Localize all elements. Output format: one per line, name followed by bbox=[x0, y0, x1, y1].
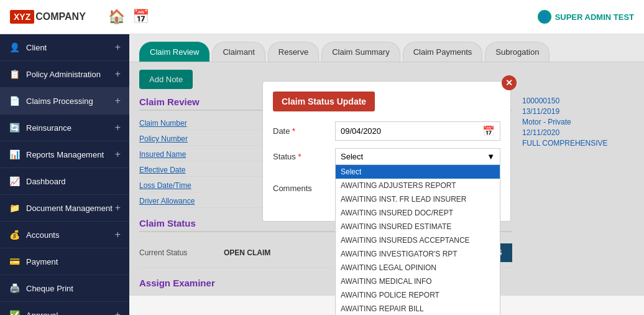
sidebar-item-left-client: 👤 Client bbox=[9, 42, 47, 53]
modal-close-button[interactable]: ✕ bbox=[502, 75, 517, 90]
sidebar-label-cheque-print: Cheque Print bbox=[26, 284, 73, 293]
sidebar-icon-dashboard: 📈 bbox=[9, 176, 20, 187]
header-right: 👤 SUPER ADMIN TEST bbox=[538, 10, 634, 24]
modal-status-label: Status * bbox=[273, 152, 335, 161]
sidebar-label-approval: Approval bbox=[26, 311, 58, 316]
sidebar-label-dashboard: Dashboard bbox=[26, 177, 66, 186]
sidebar-item-cheque-print[interactable]: 🖨️ Cheque Print bbox=[0, 275, 129, 302]
sidebar-icon-approval: ✅ bbox=[9, 309, 20, 315]
sidebar-label-reports-management: Reports Management bbox=[26, 150, 104, 159]
schedule-icon[interactable]: 📅 bbox=[132, 9, 149, 25]
tab-reserve[interactable]: Reserve bbox=[268, 42, 319, 62]
tab-subrogation[interactable]: Subrogation bbox=[485, 42, 550, 62]
calendar-icon[interactable]: 📅 bbox=[482, 125, 495, 137]
user-name: SUPER ADMIN TEST bbox=[555, 12, 634, 22]
modal-date-row: Date * 09/04/2020 📅 bbox=[273, 121, 500, 141]
sidebar-item-left-dashboard: 📈 Dashboard bbox=[9, 176, 66, 187]
sidebar-plus-approval[interactable]: + bbox=[115, 309, 121, 315]
sidebar-plus-document-management[interactable]: + bbox=[115, 202, 121, 214]
tab-claim-review[interactable]: Claim Review bbox=[139, 42, 209, 62]
dropdown-option-awaiting_insured_doc_rept[interactable]: AWAITING INSURED DOC/REPT bbox=[336, 206, 500, 220]
sidebar-icon-reports-management: 📊 bbox=[9, 149, 20, 160]
sidebar-item-left-document-management: 📁 Document Management bbox=[9, 202, 113, 214]
sidebar-icon-document-management: 📁 bbox=[9, 202, 20, 214]
home-icon[interactable]: 🏠 bbox=[108, 9, 125, 25]
status-select-wrapper: Select ▼ SelectAWAITING ADJUSTERS REPORT… bbox=[335, 148, 500, 165]
sidebar-item-claims-processing[interactable]: 📄 Claims Processing + bbox=[0, 88, 129, 115]
dropdown-option-select[interactable]: Select bbox=[336, 165, 500, 179]
tab-bar: Claim ReviewClaimantReserveClaim Summary… bbox=[129, 34, 644, 62]
sidebar-label-claims-processing: Claims Processing bbox=[26, 96, 93, 106]
logo-box: XYZ bbox=[10, 10, 34, 24]
dropdown-option-awaiting_insured_estimate[interactable]: AWAITING INSURED ESTIMATE bbox=[336, 220, 500, 233]
sidebar-item-reinsurance[interactable]: 🔄 Reinsurance + bbox=[0, 115, 129, 141]
sidebar-plus-client[interactable]: + bbox=[115, 42, 121, 53]
modal-overlay: ✕ Claim Status Update Date * 09/04/2020 … bbox=[129, 62, 644, 296]
dropdown-option-awaiting_insureds_acceptance[interactable]: AWAITING INSUREDS ACCEPTANCE bbox=[336, 233, 500, 247]
tab-claim-payments[interactable]: Claim Payments bbox=[403, 42, 483, 62]
status-dropdown-list[interactable]: SelectAWAITING ADJUSTERS REPORTAWAITING … bbox=[335, 165, 500, 315]
sidebar-item-left-reinsurance: 🔄 Reinsurance bbox=[9, 122, 71, 133]
claim-status-modal: ✕ Claim Status Update Date * 09/04/2020 … bbox=[262, 81, 511, 222]
sidebar-icon-payment: 💳 bbox=[9, 256, 20, 267]
sidebar-item-payment[interactable]: 💳 Payment bbox=[0, 248, 129, 275]
logo: XYZ COMPANY bbox=[10, 10, 86, 24]
header-icons: 🏠 📅 bbox=[108, 9, 149, 25]
sidebar-plus-reports-management[interactable]: + bbox=[115, 149, 121, 160]
sidebar-icon-cheque-print: 🖨️ bbox=[9, 283, 20, 294]
date-value: 09/04/2020 bbox=[341, 126, 381, 136]
sidebar-label-payment: Payment bbox=[26, 257, 58, 266]
sidebar-item-left-accounts: 💰 Accounts bbox=[9, 229, 59, 240]
user-avatar-icon: 👤 bbox=[538, 10, 551, 24]
dropdown-option-awaiting_investigators_rpt[interactable]: AWAITING INVESTIGATOR'S RPT bbox=[336, 247, 500, 261]
sidebar-icon-claims-processing: 📄 bbox=[9, 95, 20, 106]
sidebar-item-left-payment: 💳 Payment bbox=[9, 256, 58, 267]
sidebar-plus-claims-processing[interactable]: + bbox=[115, 95, 121, 106]
sidebar-item-client[interactable]: 👤 Client + bbox=[0, 34, 129, 61]
sidebar-label-policy-admin: Policy Administration bbox=[26, 70, 101, 79]
tab-claimant[interactable]: Claimant bbox=[212, 42, 265, 62]
sidebar-icon-accounts: 💰 bbox=[9, 229, 20, 240]
company-name: COMPANY bbox=[35, 11, 86, 22]
sidebar: 👤 Client + 📋 Policy Administration + 📄 C… bbox=[0, 34, 129, 315]
dropdown-option-awaiting_repair_bill[interactable]: AWAITING REPAIR BILL bbox=[336, 302, 500, 315]
header: XYZ COMPANY 🏠 📅 👤 SUPER ADMIN TEST bbox=[0, 0, 644, 34]
sidebar-item-document-management[interactable]: 📁 Document Management + bbox=[0, 195, 129, 222]
sidebar-plus-reinsurance[interactable]: + bbox=[115, 122, 121, 133]
dropdown-option-awaiting_medical_info[interactable]: AWAITING MEDICAL INFO bbox=[336, 275, 500, 288]
sidebar-item-reports-management[interactable]: 📊 Reports Management + bbox=[0, 141, 129, 168]
modal-title: Claim Status Update bbox=[273, 92, 375, 111]
sidebar-item-left-approval: ✅ Approval bbox=[9, 309, 58, 315]
status-select[interactable]: Select ▼ bbox=[335, 148, 500, 165]
main-content: Claim ReviewClaimantReserveClaim Summary… bbox=[129, 34, 644, 315]
dropdown-option-awaiting_legal_opinion[interactable]: AWAITING LEGAL OPINION bbox=[336, 261, 500, 275]
sidebar-item-left-policy-admin: 📋 Policy Administration bbox=[9, 68, 101, 80]
sidebar-item-approval[interactable]: ✅ Approval + bbox=[0, 302, 129, 315]
content-area: Add Note Claim Review Claim NumberPolicy… bbox=[129, 62, 644, 296]
main-layout: 👤 Client + 📋 Policy Administration + 📄 C… bbox=[0, 34, 644, 315]
modal-status-row: Status * Select ▼ SelectAWAITING ADJUSTE… bbox=[273, 148, 500, 165]
modal-date-input[interactable]: 09/04/2020 📅 bbox=[335, 121, 500, 141]
sidebar-label-document-management: Document Management bbox=[26, 204, 113, 213]
sidebar-label-accounts: Accounts bbox=[26, 230, 59, 240]
modal-date-label: Date * bbox=[273, 126, 335, 136]
sidebar-item-left-reports-management: 📊 Reports Management bbox=[9, 149, 104, 160]
sidebar-plus-policy-admin[interactable]: + bbox=[115, 68, 121, 80]
sidebar-icon-policy-admin: 📋 bbox=[9, 68, 20, 80]
sidebar-icon-reinsurance: 🔄 bbox=[9, 122, 20, 133]
tab-claim-summary[interactable]: Claim Summary bbox=[321, 42, 400, 62]
sidebar-item-left-cheque-print: 🖨️ Cheque Print bbox=[9, 283, 73, 294]
dropdown-option-awaiting_police_report[interactable]: AWAITING POLICE REPORT bbox=[336, 288, 500, 302]
sidebar-item-policy-admin[interactable]: 📋 Policy Administration + bbox=[0, 61, 129, 88]
dropdown-arrow-icon: ▼ bbox=[487, 152, 495, 161]
sidebar-item-dashboard[interactable]: 📈 Dashboard bbox=[0, 168, 129, 195]
sidebar-item-left-claims-processing: 📄 Claims Processing bbox=[9, 95, 93, 106]
status-selected-value: Select bbox=[341, 152, 363, 161]
sidebar-item-accounts[interactable]: 💰 Accounts + bbox=[0, 222, 129, 248]
dropdown-option-awaiting_inst_fr_lead_insurer[interactable]: AWAITING INST. FR LEAD INSURER bbox=[336, 192, 500, 206]
dropdown-option-awaiting_adjusters_report[interactable]: AWAITING ADJUSTERS REPORT bbox=[336, 179, 500, 192]
sidebar-icon-client: 👤 bbox=[9, 42, 20, 53]
sidebar-label-client: Client bbox=[26, 43, 47, 52]
sidebar-label-reinsurance: Reinsurance bbox=[26, 123, 71, 133]
sidebar-plus-accounts[interactable]: + bbox=[115, 229, 121, 240]
